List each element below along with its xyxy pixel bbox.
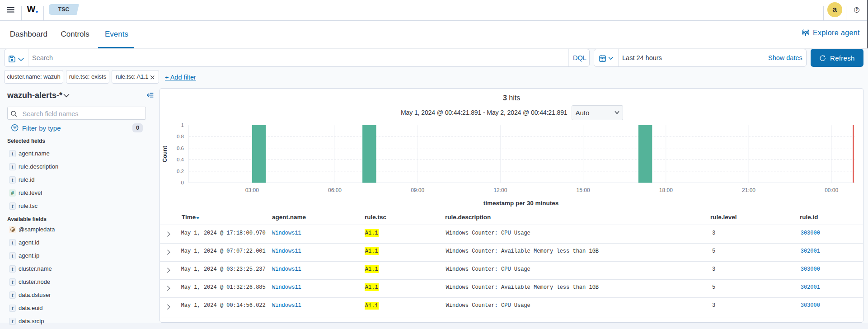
- svg-text:0.4: 0.4: [177, 157, 184, 162]
- svg-text:0.8: 0.8: [177, 134, 184, 139]
- svg-text:Count: Count: [162, 146, 168, 162]
- svg-text:00:00: 00:00: [825, 187, 838, 193]
- svg-text:12:00: 12:00: [493, 187, 507, 193]
- svg-text:21:00: 21:00: [742, 187, 755, 193]
- svg-text:0.6: 0.6: [177, 146, 184, 151]
- svg-text:timestamp per 30 minutes: timestamp per 30 minutes: [483, 200, 559, 207]
- svg-text:0.2: 0.2: [177, 169, 184, 174]
- svg-text:09:00: 09:00: [411, 187, 424, 193]
- svg-text:1: 1: [181, 122, 184, 128]
- svg-text:0: 0: [181, 180, 184, 185]
- svg-text:15:00: 15:00: [577, 187, 590, 193]
- svg-text:18:00: 18:00: [659, 187, 673, 193]
- svg-text:03:00: 03:00: [245, 187, 259, 193]
- svg-text:06:00: 06:00: [328, 187, 342, 193]
